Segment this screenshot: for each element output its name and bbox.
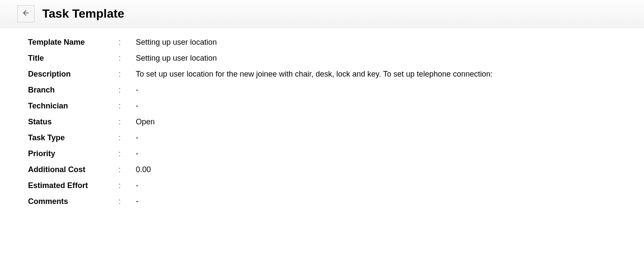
field-label: Technician	[28, 100, 119, 112]
field-value: Open	[136, 116, 616, 128]
field-separator: :	[119, 52, 136, 64]
field-value: -	[136, 132, 616, 144]
field-label: Additional Cost	[28, 164, 119, 176]
field-value: 0.00	[136, 164, 616, 176]
field-separator: :	[119, 164, 136, 176]
field-value: -	[136, 180, 616, 191]
field-row-comments: Comments : -	[28, 196, 616, 207]
field-separator: :	[119, 68, 136, 80]
field-separator: :	[119, 180, 136, 191]
field-separator: :	[119, 132, 136, 144]
field-label: Status	[28, 116, 119, 128]
field-separator: :	[119, 116, 136, 128]
field-value: To set up user location for the new join…	[136, 68, 616, 80]
field-row-additional-cost: Additional Cost : 0.00	[28, 164, 616, 176]
field-separator: :	[119, 100, 136, 112]
field-label: Title	[28, 52, 119, 64]
field-row-branch: Branch : -	[28, 84, 616, 96]
field-label: Estimated Effort	[28, 180, 119, 191]
field-row-estimated-effort: Estimated Effort : -	[28, 180, 616, 191]
field-label: Comments	[28, 196, 119, 207]
task-template-details: Template Name : Setting up user location…	[0, 28, 644, 220]
field-row-status: Status : Open	[28, 116, 616, 128]
page-title: Task Template	[42, 7, 124, 21]
field-value: -	[136, 100, 616, 112]
field-label: Template Name	[28, 37, 119, 48]
field-value: -	[136, 196, 616, 207]
field-value: -	[136, 84, 616, 96]
field-row-technician: Technician : -	[28, 100, 616, 112]
field-value: Setting up user location	[136, 52, 616, 64]
field-separator: :	[119, 84, 136, 96]
field-label: Task Type	[28, 132, 119, 144]
back-button[interactable]	[17, 5, 34, 22]
header-bar: Task Template	[0, 0, 644, 28]
back-arrow-icon	[22, 9, 30, 19]
field-row-description: Description : To set up user location fo…	[28, 68, 616, 80]
field-separator: :	[119, 37, 136, 48]
field-label: Priority	[28, 148, 119, 160]
field-label: Description	[28, 68, 119, 80]
field-row-title: Title : Setting up user location	[28, 52, 616, 64]
field-value: -	[136, 148, 616, 160]
field-value: Setting up user location	[136, 37, 616, 48]
field-label: Branch	[28, 84, 119, 96]
field-separator: :	[119, 196, 136, 207]
field-row-template-name: Template Name : Setting up user location	[28, 37, 616, 48]
field-row-task-type: Task Type : -	[28, 132, 616, 144]
field-separator: :	[119, 148, 136, 160]
field-row-priority: Priority : -	[28, 148, 616, 160]
